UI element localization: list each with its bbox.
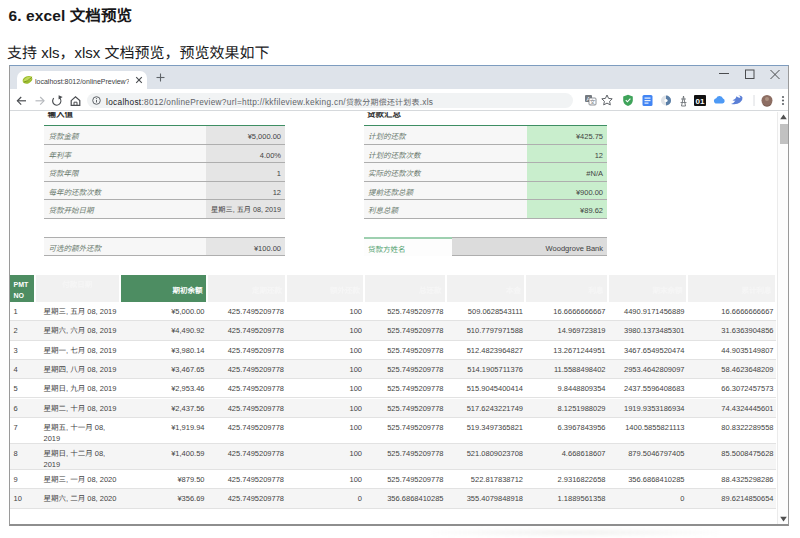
- svg-text:文: 文: [590, 98, 596, 106]
- svg-text:01: 01: [696, 95, 705, 106]
